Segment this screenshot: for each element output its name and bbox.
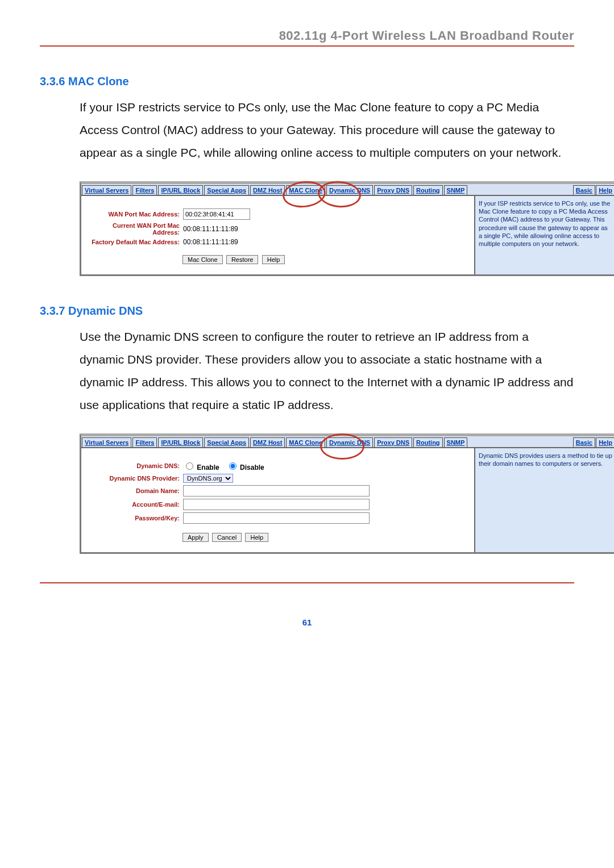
wan-mac-label: WAN Port Mac Address:: [86, 211, 183, 218]
tab-row-2: Virtual Servers Filters IP/URL Block Spe…: [81, 436, 614, 448]
tab-ip-url-block[interactable]: IP/URL Block: [158, 185, 203, 195]
tab-special-apps-2[interactable]: Special Apps: [204, 437, 249, 447]
mac-clone-help-panel: If your ISP restricts service to PCs onl…: [474, 196, 614, 274]
tab-special-apps[interactable]: Special Apps: [204, 185, 249, 195]
tab-mac-clone[interactable]: MAC Clone: [286, 185, 325, 195]
footer-rule: [40, 582, 574, 583]
ddns-account-input[interactable]: [183, 499, 370, 510]
current-wan-mac-value: 00:08:11:11:11:89: [183, 225, 238, 233]
ddns-disable-option[interactable]: Disable: [226, 461, 264, 471]
tab-row: Virtual Servers Filters IP/URL Block Spe…: [81, 184, 614, 196]
ddns-enable-option[interactable]: Enable: [183, 461, 219, 471]
tab-dmz-host[interactable]: DMZ Host: [250, 185, 285, 195]
ddns-domain-input[interactable]: [183, 485, 370, 496]
ddns-password-input[interactable]: [183, 512, 370, 524]
section-body-dynamic-dns: Use the Dynamic DNS screen to configure …: [80, 326, 574, 416]
tab-snmp-2[interactable]: SNMP: [444, 437, 468, 447]
tab-snmp[interactable]: SNMP: [444, 185, 468, 195]
page-header-text: 802.11g 4-Port Wireless LAN Broadband Ro…: [40, 28, 574, 43]
cancel-button[interactable]: Cancel: [212, 533, 242, 542]
page-header-bar: 802.11g 4-Port Wireless LAN Broadband Ro…: [40, 28, 574, 47]
ddns-help-panel: Dynamic DNS provides users a method to t…: [474, 448, 614, 552]
tab-help[interactable]: Help: [596, 185, 614, 195]
ddns-account-label: Account/E-mail:: [86, 501, 183, 508]
tab-dynamic-dns[interactable]: Dynamic DNS: [326, 185, 373, 195]
section-title-dynamic-dns: 3.3.7 Dynamic DNS: [40, 304, 574, 318]
mac-clone-button[interactable]: Mac Clone: [182, 255, 223, 264]
screenshot-dynamic-dns: Virtual Servers Filters IP/URL Block Spe…: [80, 433, 574, 554]
ddns-enable-radio[interactable]: [186, 462, 193, 470]
restore-button[interactable]: Restore: [226, 255, 259, 264]
tab-virtual-servers-2[interactable]: Virtual Servers: [82, 437, 131, 447]
tab-proxy-dns-2[interactable]: Proxy DNS: [374, 437, 412, 447]
mac-clone-form: WAN Port Mac Address: Current WAN Port M…: [81, 196, 474, 274]
tab-dmz-host-2[interactable]: DMZ Host: [250, 437, 285, 447]
ddns-disable-radio[interactable]: [229, 462, 237, 470]
tab-proxy-dns[interactable]: Proxy DNS: [374, 185, 412, 195]
tab-dynamic-dns-2[interactable]: Dynamic DNS: [326, 437, 373, 447]
ddns-domain-label: Domain Name:: [86, 487, 183, 494]
section-title-mac-clone: 3.3.6 MAC Clone: [40, 75, 574, 88]
ddns-enable-label: Dynamic DNS:: [86, 462, 183, 469]
help-button[interactable]: Help: [262, 255, 285, 264]
help-button-2[interactable]: Help: [245, 533, 268, 542]
apply-button[interactable]: Apply: [182, 533, 209, 542]
tab-filters-2[interactable]: Filters: [132, 437, 157, 447]
page-number: 61: [40, 617, 574, 627]
tab-ip-url-block-2[interactable]: IP/URL Block: [158, 437, 203, 447]
current-wan-mac-label: Current WAN Port Mac Address:: [86, 222, 183, 236]
ddns-form: Dynamic DNS: Enable Disable Dynamic DNS …: [81, 448, 474, 552]
factory-mac-value: 00:08:11:11:11:89: [183, 238, 238, 246]
tab-basic-2[interactable]: Basic: [573, 437, 595, 447]
tab-routing[interactable]: Routing: [413, 185, 443, 195]
tab-filters[interactable]: Filters: [132, 185, 157, 195]
factory-mac-label: Factory Default Mac Address:: [86, 239, 183, 245]
tab-help-2[interactable]: Help: [596, 437, 614, 447]
tab-basic[interactable]: Basic: [573, 185, 595, 195]
ddns-password-label: Password/Key:: [86, 515, 183, 521]
tab-routing-2[interactable]: Routing: [413, 437, 443, 447]
screenshot-mac-clone: Virtual Servers Filters IP/URL Block Spe…: [80, 181, 574, 276]
ddns-provider-label: Dynamic DNS Provider:: [86, 475, 183, 482]
ddns-provider-select[interactable]: DynDNS.org: [183, 474, 233, 483]
wan-mac-input[interactable]: [183, 208, 250, 220]
tab-virtual-servers[interactable]: Virtual Servers: [82, 185, 131, 195]
section-body-mac-clone: If your ISP restricts service to PCs onl…: [80, 96, 574, 164]
tab-mac-clone-2[interactable]: MAC Clone: [286, 437, 325, 447]
